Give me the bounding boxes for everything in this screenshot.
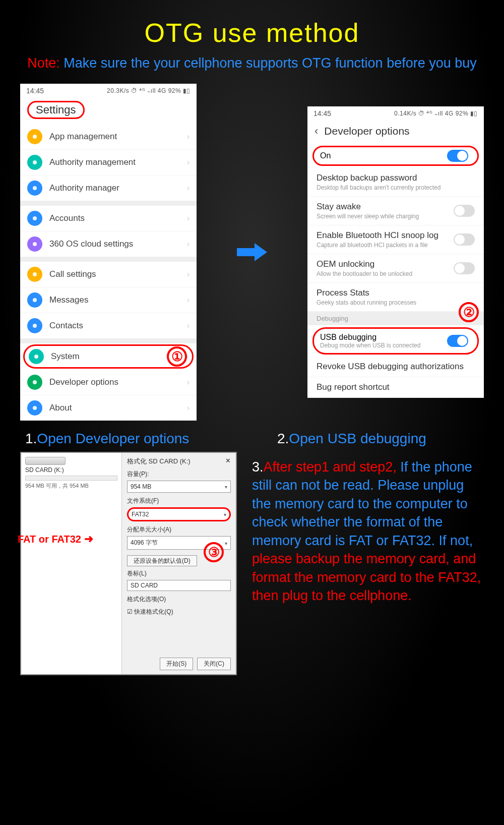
- toggle[interactable]: [454, 233, 475, 246]
- step-1-badge: ①: [167, 346, 187, 367]
- dev-row[interactable]: Process StatsGeeky stats about running p…: [307, 283, 484, 312]
- dev-row[interactable]: Enable Bluetooth HCI snoop logCapture al…: [307, 225, 484, 254]
- svg-point-6: [33, 298, 37, 302]
- dialog-title: 格式化 SD CARD (K:): [127, 457, 191, 466]
- usb-toggle[interactable]: [447, 335, 468, 347]
- settings-row[interactable]: System›①: [23, 344, 194, 369]
- note-label: Note:: [27, 55, 60, 71]
- settings-title-highlight: Settings: [27, 101, 85, 119]
- start-button[interactable]: 开始(S): [160, 658, 193, 670]
- row-label: Authority manager: [49, 183, 187, 193]
- usb-debugging-row[interactable]: USB debugging Debug mode when USB is con…: [312, 327, 479, 355]
- status-right: 20.3K/s ⏱ ⁴ᴳ ₌ıll 4G 92% ▮▯: [107, 87, 191, 94]
- row-icon: [29, 349, 44, 364]
- svg-point-8: [34, 355, 38, 359]
- chevron-down-icon: ▾: [225, 540, 227, 546]
- revoke-label: Revoke USB debugging authorizations: [317, 362, 475, 372]
- settings-row[interactable]: Call settings›: [20, 262, 197, 287]
- settings-row[interactable]: 360 OS cloud settings›: [20, 231, 197, 257]
- dev-label: Enable Bluetooth HCI snoop log: [317, 230, 475, 241]
- step3-red2: please backup the memory card, and forma…: [252, 551, 481, 603]
- svg-point-1: [33, 160, 37, 164]
- dev-row[interactable]: Desktop backup passwordDesktop full back…: [307, 168, 484, 197]
- row-icon: [27, 375, 42, 390]
- caption-2-num: 2.: [277, 431, 289, 446]
- volume-input[interactable]: SD CARD: [127, 580, 231, 591]
- statusbar: 14:45 20.3K/s ⏱ ⁴ᴳ ₌ıll 4G 92% ▮▯: [20, 84, 197, 98]
- row-label: About: [49, 403, 187, 413]
- settings-row[interactable]: Authority management›: [20, 150, 197, 175]
- capacity-value: 954 MB: [131, 483, 151, 490]
- chevron-right-icon: ›: [187, 270, 190, 279]
- note-text: Make sure the your cellphone supports OT…: [64, 55, 476, 71]
- row-label: Developer options: [49, 377, 187, 387]
- chevron-right-icon: ›: [187, 240, 190, 249]
- revoke-row[interactable]: Revoke USB debugging authorizations: [307, 357, 484, 377]
- settings-row[interactable]: Accounts›: [20, 206, 197, 231]
- restore-defaults-button[interactable]: 还原设备的默认值(D): [127, 555, 197, 566]
- dev-sub: Allow the bootloader to be unlocked: [317, 270, 475, 277]
- row-label: Accounts: [49, 213, 187, 223]
- settings-row[interactable]: Contacts›: [20, 313, 197, 338]
- step-3-text: 3.After step1 and step2, If the phone st…: [252, 452, 484, 605]
- dev-sub: Desktop full backups aren't currently pr…: [317, 184, 475, 191]
- step3-num: 3.: [252, 459, 264, 475]
- chevron-down-icon: ▾: [224, 512, 226, 517]
- section-gap: [20, 201, 197, 206]
- debugging-category: Debugging ②: [307, 312, 484, 325]
- sd-card-sub: 954 MB 可用，共 954 MB: [25, 482, 117, 490]
- svg-point-3: [33, 216, 37, 220]
- dev-label: Process Stats: [317, 288, 475, 298]
- arrow-right-icon: ➜: [84, 533, 93, 545]
- section-gap: [20, 257, 197, 262]
- close-icon[interactable]: ✕: [225, 457, 231, 466]
- chevron-right-icon: ›: [187, 378, 190, 387]
- chevron-right-icon: ›: [187, 214, 190, 223]
- settings-row[interactable]: About›: [20, 395, 197, 421]
- settings-row[interactable]: App management›: [20, 124, 197, 150]
- row-icon: [27, 318, 42, 333]
- dev-sub: Capture all bluetooth HCI packets in a f…: [317, 242, 475, 249]
- row-icon: [27, 237, 42, 252]
- fat-callout: FAT or FAT32 ➜: [18, 533, 93, 546]
- step-2-badge: ②: [459, 302, 479, 322]
- options-label: 格式化选项(O): [127, 595, 231, 604]
- page-title: OTG use method: [0, 0, 504, 55]
- quick-format-checkbox[interactable]: ☑ 快速格式化(Q): [127, 608, 231, 616]
- bug-label: Bug report shortcut: [317, 382, 475, 392]
- note-line: Note: Make sure the your cellphone suppo…: [0, 55, 504, 84]
- svg-point-9: [33, 380, 37, 384]
- dev-row[interactable]: Stay awakeScreen will never sleep while …: [307, 197, 484, 225]
- chevron-right-icon: ›: [187, 184, 190, 193]
- toggle-on[interactable]: [447, 150, 468, 162]
- chevron-right-icon: ›: [187, 296, 190, 305]
- bug-row[interactable]: Bug report shortcut: [307, 377, 484, 398]
- row-label: Authority management: [49, 157, 187, 167]
- dev-row[interactable]: OEM unlockingAllow the bootloader to be …: [307, 254, 484, 283]
- arrow-icon: [237, 242, 267, 262]
- caption-2-text: Open USB debugging: [289, 431, 426, 446]
- settings-row[interactable]: Messages›: [20, 287, 197, 313]
- close-button[interactable]: 关闭(C): [197, 658, 231, 670]
- toggle[interactable]: [454, 262, 475, 274]
- format-window: SD CARD (K:) 954 MB 可用，共 954 MB 格式化 SD C…: [20, 452, 237, 675]
- row-icon: [27, 155, 42, 170]
- alloc-value: 4096 字节: [131, 539, 158, 546]
- on-toggle-row[interactable]: On: [312, 146, 479, 166]
- settings-row[interactable]: Authority manager›: [20, 175, 197, 201]
- capacity-select[interactable]: 954 MB▾: [127, 481, 231, 493]
- toggle[interactable]: [454, 205, 475, 217]
- caption-1-text: Open Developer options: [37, 431, 189, 446]
- sd-card-item[interactable]: SD CARD (K:) 954 MB 可用，共 954 MB: [25, 457, 117, 490]
- settings-row[interactable]: Developer options›: [20, 370, 197, 395]
- format-dialog: 格式化 SD CARD (K:) ✕ 容量(P): 954 MB▾ 文件系统(F…: [122, 453, 236, 674]
- on-label: On: [320, 151, 331, 160]
- dev-sub: Screen will never sleep while charging: [317, 213, 475, 220]
- svg-point-0: [33, 135, 37, 139]
- filesystem-select[interactable]: FAT32▾: [127, 507, 231, 521]
- back-icon[interactable]: ‹: [314, 125, 318, 138]
- svg-point-10: [33, 406, 37, 410]
- status-time: 14:45: [26, 87, 44, 95]
- developer-title: Developer options: [324, 125, 409, 137]
- sd-card-title: SD CARD (K:): [25, 466, 117, 474]
